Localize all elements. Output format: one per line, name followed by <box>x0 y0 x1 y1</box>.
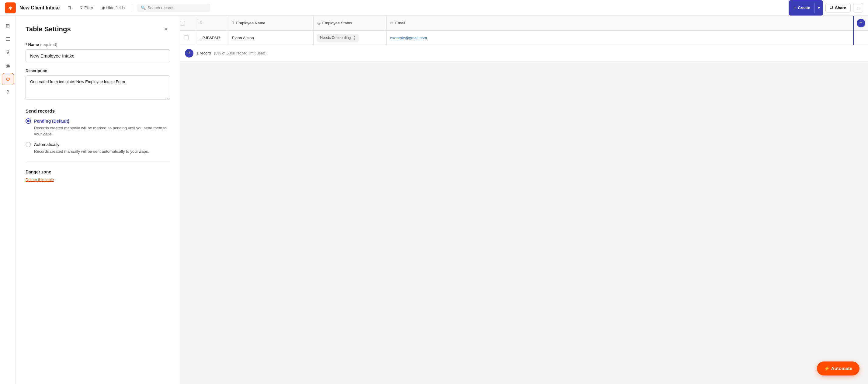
delete-table-button[interactable]: Delete this table <box>26 177 54 182</box>
col-id-header[interactable]: ID <box>195 16 228 30</box>
table-area: ID T Employee Name ◎ Emp <box>180 16 868 384</box>
sidebar-filter-icon[interactable]: ⊽ <box>2 46 14 58</box>
status-badge[interactable]: Needs Onboarding ▲ ▼ <box>317 34 359 42</box>
col-status-header[interactable]: ◎ Employee Status <box>313 16 386 30</box>
close-button[interactable]: × <box>161 24 170 34</box>
row-id-cell: …PJB6DM3 <box>195 30 228 45</box>
description-label: Description <box>26 68 170 73</box>
add-record-button[interactable]: + <box>185 49 193 58</box>
search-icon: 🔍 <box>141 5 146 10</box>
radio-pending-option: Pending (Default) Records created manual… <box>26 118 170 137</box>
sidebar-grid-icon[interactable]: ⊞ <box>2 20 14 32</box>
settings-title: Table Settings <box>26 25 71 33</box>
badge-arrows: ▲ ▼ <box>353 35 355 40</box>
email-link[interactable]: example@gmail.com <box>390 36 427 40</box>
header-checkbox[interactable] <box>180 21 185 26</box>
divider <box>132 4 132 11</box>
table-wrapper[interactable]: ID T Employee Name ◎ Emp <box>180 16 868 384</box>
sidebar-eye-icon[interactable]: ◉ <box>2 60 14 72</box>
table-name-input[interactable] <box>26 49 170 62</box>
row-checkbox[interactable] <box>184 35 189 40</box>
name-label-optional: (required) <box>40 42 57 47</box>
add-col-header: + <box>854 16 868 30</box>
row-name-cell[interactable]: Elena Alston <box>228 30 313 45</box>
id-col-label: ID <box>198 21 203 25</box>
name-label-required: * Name <box>26 42 39 47</box>
automate-button[interactable]: ⚡ Automate <box>817 361 860 376</box>
more-button[interactable]: ··· <box>853 3 863 12</box>
status-col-icon: ◎ <box>317 21 320 25</box>
logo <box>5 2 16 13</box>
table-row: …PJB6DM3 Elena Alston Needs Onboarding ▲… <box>180 30 868 45</box>
topbar: New Client Intake ⇅ ⊽ Filter ◉ Hide fiel… <box>0 0 868 16</box>
sort-button[interactable]: ⇅ <box>66 4 74 12</box>
col-email-header[interactable]: ✉ Email <box>386 16 854 30</box>
name-col-icon: T <box>232 21 235 25</box>
sidebar-help-icon[interactable]: ? <box>2 86 14 98</box>
create-button[interactable]: ＋ Create ▾ <box>788 0 823 16</box>
app-title: New Client Intake <box>20 5 60 11</box>
main-layout: ⊞ ☰ ⊽ ◉ ⚙ ? Table Settings × * Name (req… <box>0 16 868 384</box>
hide-fields-button[interactable]: ◉ Hide fields <box>99 4 127 12</box>
radio-auto-label: Automatically <box>34 142 59 147</box>
description-input[interactable]: Generated from template: New Employee In… <box>26 76 170 100</box>
row-email-cell[interactable]: example@gmail.com <box>386 30 854 45</box>
row-checkbox-cell <box>180 30 195 45</box>
sidebar-list-icon[interactable]: ☰ <box>2 33 14 45</box>
sidebar-icons: ⊞ ☰ ⊽ ◉ ⚙ ? <box>0 16 16 384</box>
table-header-row: ID T Employee Name ◎ Emp <box>180 16 868 30</box>
row-status-cell: Needs Onboarding ▲ ▼ <box>313 30 386 45</box>
status-col-label: Employee Status <box>322 21 352 25</box>
row-extra-cell <box>854 30 868 45</box>
radio-auto-desc: Records created manually will be sent au… <box>34 148 170 154</box>
filter-button[interactable]: ⊽ Filter <box>78 4 95 12</box>
radio-auto-row[interactable]: Automatically <box>26 142 170 147</box>
sort-icon: ⇅ <box>68 5 71 10</box>
sidebar-settings-icon[interactable]: ⚙ <box>2 73 14 85</box>
email-col-icon: ✉ <box>390 21 394 25</box>
share-icon: ⇄ <box>830 5 833 10</box>
radio-auto-option: Automatically Records created manually w… <box>26 142 170 154</box>
add-column-button[interactable]: + <box>857 19 865 27</box>
send-records-label: Send records <box>26 108 170 114</box>
radio-pending-row[interactable]: Pending (Default) <box>26 118 170 124</box>
add-record-row: + 1 record (0% of 500k record limit used… <box>180 45 868 61</box>
radio-pending-circle[interactable] <box>26 118 31 124</box>
create-chevron[interactable]: ▾ <box>815 3 823 12</box>
topbar-right: ＋ Create ▾ ⇄ Share ··· <box>788 0 863 16</box>
name-col-label: Employee Name <box>236 21 265 25</box>
settings-panel-header: Table Settings × <box>26 24 170 34</box>
radio-pending-desc: Records created manually will be marked … <box>34 125 170 137</box>
share-button[interactable]: ⇄ Share <box>826 3 851 12</box>
eye-icon: ◉ <box>101 5 105 10</box>
name-field-label: * Name (required) <box>26 42 170 47</box>
data-table: ID T Employee Name ◎ Emp <box>180 16 868 45</box>
section-divider <box>26 162 170 162</box>
search-box: 🔍 Search records <box>137 4 210 12</box>
record-count: 1 record <box>196 51 211 55</box>
col-name-header[interactable]: T Employee Name <box>228 16 313 30</box>
settings-panel: Table Settings × * Name (required) Descr… <box>16 16 180 384</box>
radio-auto-circle[interactable] <box>26 142 31 147</box>
col-checkbox-header <box>180 16 195 30</box>
email-col-label: Email <box>395 21 405 25</box>
filter-icon: ⊽ <box>80 5 83 10</box>
record-limit: (0% of 500k record limit used) <box>214 51 267 55</box>
radio-pending-label: Pending (Default) <box>34 119 69 123</box>
danger-zone-title: Danger zone <box>26 170 170 174</box>
